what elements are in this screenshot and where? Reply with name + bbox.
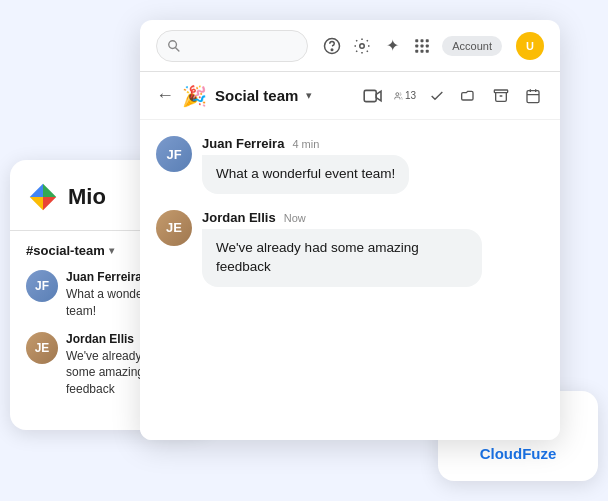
team-emoji-icon: 🎉	[182, 84, 207, 108]
time-jordan: Now	[284, 212, 306, 224]
team-name-label: Social team	[215, 87, 298, 104]
chat-window: ✦ Account U	[140, 20, 560, 440]
members-icon[interactable]: 13	[394, 85, 416, 107]
mio-sender-1: Juan Ferreira	[66, 270, 142, 284]
archive-icon[interactable]	[490, 85, 512, 107]
svg-rect-13	[426, 44, 429, 47]
svg-rect-12	[421, 44, 424, 47]
search-icon	[167, 39, 181, 53]
svg-rect-16	[426, 49, 429, 52]
settings-icon[interactable]	[352, 36, 372, 56]
calendar-icon[interactable]	[522, 85, 544, 107]
chat-header: ← 🎉 Social team ▾ 13	[140, 72, 560, 120]
chevron-down-icon: ▾	[109, 245, 114, 256]
mio-brand-name: Mio	[68, 184, 106, 210]
search-box[interactable]	[156, 30, 308, 62]
task-icon[interactable]	[426, 85, 448, 107]
avatar-juan: JF	[156, 136, 192, 172]
members-count: 13	[405, 90, 416, 101]
avatar-jordan: JE	[156, 210, 192, 246]
cloudfuze-brand-name: CloudFuze	[480, 445, 557, 462]
chat-messages: JF Juan Ferreira 4 min What a wonderful …	[140, 120, 560, 440]
bubble-jordan: We've already had some amazing feedback	[202, 229, 482, 287]
svg-rect-14	[416, 49, 419, 52]
video-call-icon[interactable]	[362, 85, 384, 107]
chat-message-2: JE Jordan Ellis Now We've already had so…	[156, 210, 544, 287]
apps-icon[interactable]	[412, 36, 432, 56]
help-icon[interactable]	[322, 36, 342, 56]
svg-point-7	[360, 43, 365, 48]
svg-point-6	[332, 49, 334, 51]
mio-avatar-jordan: JE	[26, 332, 58, 364]
svg-point-18	[396, 92, 399, 95]
chat-topbar: ✦ Account U	[140, 20, 560, 72]
header-actions: 13	[362, 85, 544, 107]
svg-line-4	[175, 47, 179, 51]
topbar-icons: ✦ Account U	[322, 32, 544, 60]
mio-logo-icon	[26, 180, 60, 214]
svg-rect-17	[364, 90, 376, 101]
svg-rect-20	[527, 90, 539, 102]
time-juan: 4 min	[292, 138, 319, 150]
sparkle-icon[interactable]: ✦	[382, 36, 402, 56]
svg-rect-9	[421, 39, 424, 42]
folder-icon[interactable]	[458, 85, 480, 107]
svg-rect-10	[426, 39, 429, 42]
bubble-juan: What a wonderful event team!	[202, 155, 409, 194]
user-avatar-top[interactable]: U	[516, 32, 544, 60]
back-arrow-icon[interactable]: ←	[156, 85, 174, 106]
svg-rect-8	[416, 39, 419, 42]
svg-rect-15	[421, 49, 424, 52]
chat-message-1: JF Juan Ferreira 4 min What a wonderful …	[156, 136, 544, 194]
mio-sender-2: Jordan Ellis	[66, 332, 134, 346]
team-dropdown-icon[interactable]: ▾	[306, 89, 312, 102]
sender-jordan: Jordan Ellis	[202, 210, 276, 225]
account-button[interactable]: Account	[442, 36, 502, 56]
svg-rect-19	[494, 90, 507, 93]
sender-juan: Juan Ferreira	[202, 136, 284, 151]
mio-avatar-juan: JF	[26, 270, 58, 302]
svg-rect-11	[416, 44, 419, 47]
